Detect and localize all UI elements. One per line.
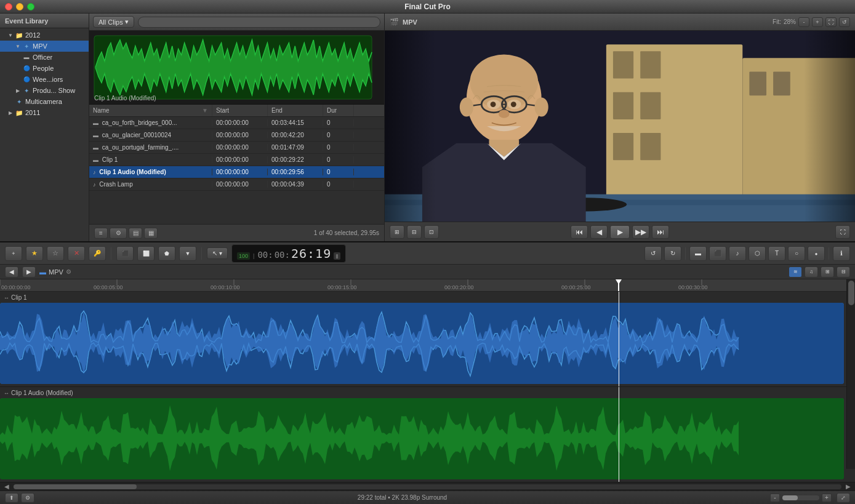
maximize-button[interactable] (27, 3, 34, 10)
waveform-svg: // Generate waveform bars (89, 31, 384, 104)
tree-item-mpv[interactable]: ▼ ✦ MPV (0, 41, 89, 52)
clip-start-4: 00:00:00:00 (212, 169, 268, 175)
tree-item-2011[interactable]: ▶ 📁 2011 (0, 107, 89, 118)
preview-zoom-plus[interactable]: + (812, 17, 823, 27)
tl-zoom-waveform[interactable]: ≋ (789, 266, 802, 278)
tl-audio-view[interactable]: ♫ (805, 266, 818, 278)
video-track-container: ↔ Clip 1 (0, 292, 855, 387)
tl-add-btn[interactable]: + (5, 246, 22, 261)
status-share-btn[interactable]: ⬆ (5, 493, 18, 503)
tl-photo-btn[interactable]: ⬛ (709, 246, 726, 261)
skip-forward-btn[interactable]: ⏭ (652, 225, 669, 239)
tl-insert-btn[interactable]: ⬛ (116, 246, 134, 261)
tl-transition-btn[interactable]: ⬡ (749, 246, 766, 261)
fullscreen-preview-btn[interactable]: ⛶ (835, 225, 850, 239)
close-button[interactable] (5, 3, 12, 10)
keyword-icon-people: 🔵 (22, 64, 31, 73)
tl-theme-btn[interactable]: ⬥ (808, 246, 825, 261)
tl-star-outline-btn[interactable]: ☆ (47, 246, 64, 261)
tl-undo-btn[interactable]: ↺ (644, 246, 662, 261)
clip-start-3: 00:00:00:00 (212, 156, 268, 163)
col-header-start[interactable]: Start (212, 105, 268, 116)
skip-back-btn[interactable]: ⏮ (571, 225, 588, 239)
tl-reject-btn[interactable]: ✕ (68, 246, 85, 261)
hscroll-right[interactable]: ▶ (844, 482, 853, 491)
tree-item-officer[interactable]: ▬ Officer (0, 52, 89, 63)
tl-inspector-btn[interactable]: ℹ (833, 246, 850, 261)
preview-panel: 🎬 MPV Fit: 28% - + ⛶ ↺ (385, 14, 855, 241)
step-back-btn[interactable]: ◀ (590, 225, 608, 239)
footer-btn-clip-view[interactable]: ▤ (129, 228, 142, 239)
tl-audio-btn[interactable]: ♪ (729, 246, 746, 261)
tl-generator-btn[interactable]: ○ (788, 246, 805, 261)
tl-view-btn3[interactable]: ⊟ (837, 266, 850, 278)
video-track-label: ↔ Clip 1 (4, 294, 27, 301)
zoom-slider-thumb[interactable] (782, 495, 798, 500)
play-btn[interactable]: ▶ (610, 225, 630, 239)
clip-icon-officer: ▬ (22, 53, 31, 62)
ruler-svg: 00:00:00:00 00:00:05:00 00:00:10:00 00:0… (0, 279, 855, 292)
zoom-out-btn[interactable]: - (770, 494, 780, 502)
status-prefs-btn[interactable]: ⚙ (21, 493, 34, 503)
preview-settings[interactable]: ↺ (839, 17, 850, 27)
preview-crop-btn[interactable]: ⊡ (424, 225, 439, 239)
minimize-button[interactable] (16, 3, 23, 10)
clip-list[interactable]: ▬ ca_ou_forth_bridges_000... 00:00:00:00… (89, 117, 384, 224)
zoom-in-btn[interactable]: + (822, 494, 832, 502)
all-clips-button[interactable]: All Clips ▾ (93, 16, 134, 28)
tl-clip-btn[interactable]: ▬ (689, 246, 707, 261)
svg-rect-9 (613, 133, 633, 160)
audio-clip[interactable] (0, 398, 844, 479)
clip-row-3[interactable]: ▬ Clip 1 00:00:00:00 00:00:29:22 0 (89, 154, 384, 166)
col-header-end[interactable]: End (268, 105, 323, 116)
tl-connect-btn[interactable]: ⬟ (158, 246, 175, 261)
tl-append-btn[interactable]: ⬜ (137, 246, 155, 261)
video-track-name: Clip 1 (11, 294, 27, 301)
footer-button-group: ≡ ⚙ ▤ ▦ (94, 228, 158, 239)
video-waveform-svg (0, 303, 844, 384)
vscrollbar-thumb[interactable] (848, 281, 854, 305)
preview-zoom-minus[interactable]: - (798, 17, 809, 27)
search-input[interactable] (138, 17, 380, 28)
footer-btn-filmstrip[interactable]: ▦ (144, 228, 158, 239)
audio-track-container: ↔ Clip 1 Audio (Modified) (0, 387, 855, 482)
clip-row-1[interactable]: ▬ ca_ou_glacier_00010024 00:00:00:00 00:… (89, 129, 384, 142)
tl-star-btn[interactable]: ★ (26, 246, 43, 261)
footer-btn-filter[interactable]: ⚙ (110, 228, 127, 239)
zoom-slider-track[interactable] (782, 495, 819, 500)
col-header-name[interactable]: Name ▼ (89, 105, 212, 116)
tl-view-btn2[interactable]: ⊞ (821, 266, 834, 278)
clip-name-4: ♪ Clip 1 Audio (Modified) (89, 169, 212, 175)
clip-row-2[interactable]: ▬ ca_ou_portugal_farming_.... 00:00:00:0… (89, 142, 384, 154)
tl-overwrite-btn[interactable]: ▼ (179, 246, 196, 261)
transform-selector[interactable]: ↖ ▾ (207, 247, 228, 259)
hscroll-left[interactable]: ◀ (2, 482, 11, 491)
timeline-vscrollbar[interactable] (846, 279, 855, 469)
footer-btn-list[interactable]: ≡ (94, 228, 108, 239)
preview-compare-btn[interactable]: ⊟ (407, 225, 422, 239)
fit-timeline-btn[interactable]: ⤢ (837, 493, 850, 503)
tree-item-warriors[interactable]: 🔵 Wee...iors (0, 74, 89, 85)
tree-item-produ[interactable]: ▶ ✦ Produ... Show (0, 85, 89, 96)
tl-title-btn[interactable]: T (768, 246, 785, 261)
hscrollbar-thumb[interactable] (14, 484, 137, 489)
clip-row-5[interactable]: ♪ Crash Lamp 00:00:00:00 00:00:04:39 0 (89, 178, 384, 191)
event-library-tree[interactable]: ▼ 📁 2012 ▼ ✦ MPV ▬ Officer 🔵 People (0, 28, 89, 241)
step-forward-btn[interactable]: ▶▶ (632, 225, 649, 239)
preview-view-btn[interactable]: ⊞ (390, 225, 404, 239)
video-clip[interactable] (0, 303, 844, 384)
hscrollbar-track[interactable] (14, 484, 841, 489)
tl-redo-btn[interactable]: ↻ (664, 246, 681, 261)
tree-item-multicam[interactable]: ✦ Multicamera (0, 96, 89, 107)
tree-label-people: People (33, 65, 54, 72)
tree-item-people[interactable]: 🔵 People (0, 63, 89, 74)
clip-name-1: ▬ ca_ou_glacier_00010024 (89, 132, 212, 138)
tree-item-2012[interactable]: ▼ 📁 2012 (0, 30, 89, 41)
tl-nav-back[interactable]: ◀ (5, 266, 18, 278)
preview-fullscreen[interactable]: ⛶ (825, 17, 837, 27)
clip-row-0[interactable]: ▬ ca_ou_forth_bridges_000... 00:00:00:00… (89, 117, 384, 129)
col-header-dur[interactable]: Dur (323, 105, 354, 116)
tl-nav-forward[interactable]: ▶ (22, 266, 36, 278)
clip-row-4[interactable]: ♪ Clip 1 Audio (Modified) 00:00:00:00 00… (89, 166, 384, 178)
tl-keyword-btn[interactable]: 🔑 (89, 246, 106, 261)
